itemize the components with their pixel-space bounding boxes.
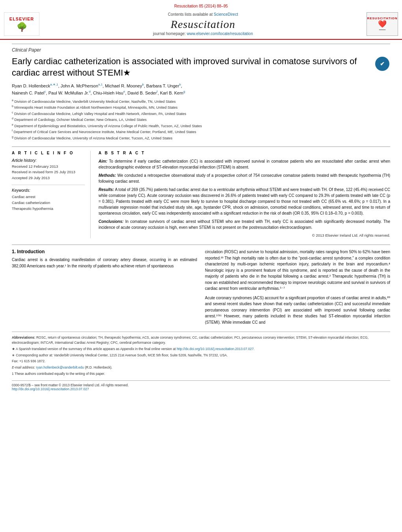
- star-note-item: ★ A Spanish translated version of the su…: [12, 347, 390, 352]
- author-hsu: Chiu-Hsieh Hsu: [93, 91, 123, 95]
- doi-link[interactable]: Resuscitation 85 (2014) 88–95: [174, 4, 228, 8]
- homepage-line: journal homepage: www.elsevier.com/locat…: [47, 32, 359, 36]
- author-mcmullan: Paul W. McMullan Jr.: [48, 91, 89, 95]
- abstract-results: Results: A total of 269 (35.7%) patients…: [99, 187, 390, 216]
- resus-box-lines: ━━━━: [379, 28, 385, 32]
- affiliations-block: a Division of Cardiovascular Medicine, V…: [12, 98, 390, 141]
- right-para1: circulation (ROSC) and survive to hospit…: [205, 249, 390, 292]
- journal-header: Resuscitation 85 (2014) 88–95 ELSEVIER 🌳…: [0, 0, 402, 40]
- aim-text: To determine if early cardiac catheteriz…: [99, 159, 390, 169]
- affil-e: e Department of Epidemiology and Biostat…: [12, 123, 390, 129]
- sup-seder: f: [157, 90, 158, 93]
- abstract-conclusions: Conclusions: In comatose survivors of ca…: [99, 219, 390, 230]
- author-unger: Barbara T. Unger: [146, 83, 179, 88]
- results-label: Results:: [99, 187, 114, 192]
- accepted: Accepted 29 July 2013: [12, 175, 85, 181]
- elsevier-name: ELSEVIER: [4, 16, 39, 22]
- received2: Received in revised form 25 July 2013: [12, 169, 85, 175]
- results-text: A total of 269 (35.7%) patients had card…: [99, 187, 390, 215]
- crossmark-logo: ✔: [374, 56, 390, 72]
- copyright-line: © 2013 Elsevier Ireland Ltd. All rights …: [99, 233, 390, 238]
- page-content: Clinical Paper Early cardiac catheteriza…: [0, 40, 402, 399]
- sup-hollenbeck: a,∗,1: [50, 83, 58, 86]
- author-hollenbeck: Ryan D. Hollenbeck: [12, 83, 50, 88]
- journal-header-inner: ELSEVIER 🌳 Contents lists available at S…: [0, 11, 402, 37]
- doi-bottom-link[interactable]: http://dx.doi.org/10.1016/j.resuscitatio…: [12, 387, 89, 391]
- star-link[interactable]: http://dx.doi.org/10.1016/j.resuscitatio…: [177, 347, 255, 351]
- abstract-heading: A B S T R A C T: [99, 151, 390, 155]
- sup-unger: b: [179, 83, 181, 86]
- abbrev-label: Abbreviations:: [12, 336, 35, 339]
- journal-center: Contents lists available at ScienceDirec…: [39, 12, 367, 36]
- corresponding-item: ∗ Corresponding author at: Vanderbilt Un…: [12, 353, 390, 358]
- methods-label: Methods:: [99, 173, 116, 178]
- resus-box-title: RESUSCITATION: [367, 17, 397, 20]
- article-info-abstract-section: A R T I C L E I N F O Article history: R…: [12, 146, 390, 238]
- email-item: E-mail address: ryan.hollenbeck@vanderbi…: [12, 365, 390, 370]
- abbreviations-item: Abbreviations: ROSC, return of spontaneo…: [12, 335, 390, 345]
- author-patel: Nainesh C. Patel: [12, 91, 45, 95]
- article-title-block: Early cardiac catheterization is associa…: [12, 56, 390, 78]
- article-info-col: A R T I C L E I N F O Article history: R…: [12, 151, 91, 238]
- elsevier-logo: ELSEVIER 🌳: [4, 12, 39, 36]
- received1: Received 12 February 2013: [12, 164, 85, 169]
- main-left-col: 1. Introduction Cardiac arrest is a deva…: [12, 249, 197, 325]
- resus-heart-icon: ❤️: [378, 20, 387, 29]
- crossmark-icon: ✔: [375, 57, 389, 71]
- affil-c: c Division of Cardiovascular Medicine, L…: [12, 111, 390, 117]
- kw-hypothermia: Therapeutic hypothermia: [12, 206, 85, 211]
- author-mooney: Michael R. Mooney: [105, 83, 142, 88]
- aim-label: Aim:: [99, 159, 107, 163]
- affil-g: g Division of Cardiovascular Medicine, U…: [12, 135, 390, 141]
- intro-section-title: Introduction: [17, 249, 45, 254]
- affil-f: f Department of Critical Care Services a…: [12, 129, 390, 135]
- methods-text: We conducted a retrospective observation…: [99, 173, 390, 184]
- email-name: (R.D. Hollenbeck).: [85, 365, 112, 369]
- kw-cardiac-arrest: Cardiac arrest: [12, 194, 85, 200]
- kw-cardiac-cath: Cardiac catheterization: [12, 200, 85, 206]
- sup-mooney: b: [142, 83, 143, 86]
- affil-d: d Department of Cardiology, Ochsner Medi…: [12, 117, 390, 123]
- article-info-heading: A R T I C L E I N F O: [12, 151, 85, 155]
- keywords-label: Keywords:: [12, 188, 85, 193]
- journal-title: Resuscitation: [47, 18, 359, 31]
- intro-heading: 1. Introduction: [12, 249, 197, 254]
- main-right-col: circulation (ROSC) and survive to hospit…: [205, 249, 390, 325]
- author-mcpherson: John A. McPherson: [61, 83, 98, 88]
- history-label: Article history:: [12, 158, 85, 163]
- author-kern: Karl B. Kern: [160, 91, 183, 95]
- affil-b: b Minneapolis Heart Institute Foundation…: [12, 104, 390, 111]
- abstract-col: A B S T R A C T Aim: To determine if ear…: [99, 151, 390, 238]
- fax-item: Fax: +1 615 936 1872.: [12, 359, 390, 364]
- intro-section-num: 1.: [12, 249, 16, 254]
- abstract-content: Aim: To determine if early cardiac cathe…: [99, 158, 390, 238]
- footnote1-item: 1 These authors contributed equally to t…: [12, 371, 390, 376]
- homepage-link[interactable]: www.elsevier.com/locate/resuscitation: [187, 32, 253, 36]
- email-link[interactable]: ryan.hollenbeck@vanderbilt.edu: [36, 365, 84, 369]
- abstract-aim: Aim: To determine if early cardiac cathe…: [99, 158, 390, 170]
- conclusions-text: In comatose survivors of cardiac arrest …: [99, 219, 390, 230]
- sup-kern: g: [183, 90, 185, 93]
- sup-mcmullan: d: [89, 90, 90, 93]
- conclusions-label: Conclusions:: [99, 219, 123, 224]
- affil-a: a Division of Cardiovascular Medicine, V…: [12, 98, 390, 105]
- right-para2: Acute coronary syndromes (ACS) account f…: [205, 295, 390, 326]
- author-seder: David B. Seder: [128, 91, 157, 95]
- sup-hsu: e: [123, 90, 125, 93]
- keywords-section: Keywords: Cardiac arrest Cardiac cathete…: [12, 188, 85, 212]
- sup-patel: c: [45, 90, 46, 93]
- article-history: Article history: Received 12 February 20…: [12, 158, 85, 181]
- abstract-methods: Methods: We conducted a retrospective ob…: [99, 172, 390, 184]
- bottom-bar: 0300-9572/$ – see front matter © 2013 El…: [12, 380, 390, 391]
- main-text-section: 1. Introduction Cardiac arrest is a deva…: [12, 245, 390, 325]
- email-label: E-mail address:: [12, 365, 35, 369]
- resuscitation-box: RESUSCITATION ❤️ ━━━━: [367, 12, 398, 36]
- elsevier-tree-icon: 🌳: [17, 22, 27, 32]
- authors-line: Ryan D. Hollenbecka,∗,1, John A. McPhers…: [12, 82, 390, 97]
- homepage-text: journal homepage:: [153, 32, 186, 36]
- article-title: Early cardiac catheterization is associa…: [12, 56, 374, 78]
- intro-para1: Cardiac arrest is a devastating manifest…: [12, 257, 197, 269]
- sciencedirect-link[interactable]: ScienceDirect: [214, 12, 238, 17]
- abbrev-text: ROSC, return of spontaneous circulation;…: [12, 336, 368, 345]
- issn-text: 0300-9572/$ – see front matter © 2013 El…: [12, 383, 128, 387]
